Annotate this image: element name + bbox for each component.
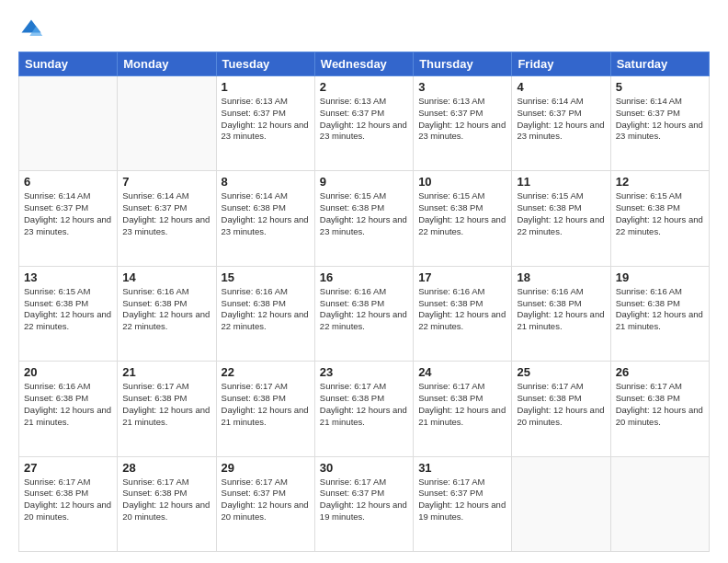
calendar-cell: 13Sunrise: 6:15 AM Sunset: 6:38 PM Dayli… [19, 266, 118, 361]
calendar-week-1: 6Sunrise: 6:14 AM Sunset: 6:37 PM Daylig… [19, 171, 710, 266]
day-number: 23 [320, 365, 408, 379]
day-number: 31 [418, 461, 506, 475]
calendar-header-monday: Monday [118, 52, 216, 76]
day-info: Sunrise: 6:14 AM Sunset: 6:38 PM Dayligh… [222, 190, 310, 237]
calendar-cell: 1Sunrise: 6:13 AM Sunset: 6:37 PM Daylig… [216, 76, 314, 171]
day-number: 26 [616, 365, 704, 379]
day-info: Sunrise: 6:16 AM Sunset: 6:38 PM Dayligh… [517, 286, 605, 333]
day-number: 18 [517, 270, 605, 284]
calendar-header-tuesday: Tuesday [216, 52, 314, 76]
calendar-cell: 6Sunrise: 6:14 AM Sunset: 6:37 PM Daylig… [19, 171, 118, 266]
calendar-cell: 28Sunrise: 6:17 AM Sunset: 6:38 PM Dayli… [118, 456, 216, 551]
calendar-cell: 17Sunrise: 6:16 AM Sunset: 6:38 PM Dayli… [414, 266, 512, 361]
day-info: Sunrise: 6:17 AM Sunset: 6:37 PM Dayligh… [222, 477, 310, 523]
calendar-cell: 14Sunrise: 6:16 AM Sunset: 6:38 PM Dayli… [118, 266, 216, 361]
calendar-cell: 21Sunrise: 6:17 AM Sunset: 6:38 PM Dayli… [118, 362, 216, 456]
day-number: 30 [320, 461, 408, 475]
calendar-cell: 9Sunrise: 6:15 AM Sunset: 6:38 PM Daylig… [314, 171, 413, 266]
calendar-cell: 3Sunrise: 6:13 AM Sunset: 6:37 PM Daylig… [414, 76, 512, 171]
day-info: Sunrise: 6:15 AM Sunset: 6:38 PM Dayligh… [320, 190, 408, 237]
header [18, 17, 710, 42]
day-number: 6 [24, 175, 112, 189]
day-number: 16 [320, 270, 408, 284]
calendar-cell: 24Sunrise: 6:17 AM Sunset: 6:38 PM Dayli… [414, 362, 512, 456]
calendar-cell: 27Sunrise: 6:17 AM Sunset: 6:38 PM Dayli… [19, 456, 118, 551]
calendar-cell: 4Sunrise: 6:14 AM Sunset: 6:37 PM Daylig… [512, 76, 610, 171]
day-info: Sunrise: 6:16 AM Sunset: 6:38 PM Dayligh… [616, 286, 704, 333]
calendar-cell: 12Sunrise: 6:15 AM Sunset: 6:38 PM Dayli… [610, 171, 709, 266]
calendar-cell [19, 76, 118, 171]
calendar-cell: 2Sunrise: 6:13 AM Sunset: 6:37 PM Daylig… [314, 76, 413, 171]
calendar-header-sunday: Sunday [19, 52, 118, 76]
day-info: Sunrise: 6:17 AM Sunset: 6:37 PM Dayligh… [418, 477, 506, 523]
day-number: 28 [122, 461, 210, 475]
day-number: 2 [320, 80, 408, 94]
day-info: Sunrise: 6:13 AM Sunset: 6:37 PM Dayligh… [222, 96, 310, 143]
calendar-cell: 18Sunrise: 6:16 AM Sunset: 6:38 PM Dayli… [512, 266, 610, 361]
day-number: 20 [24, 365, 112, 379]
calendar-week-2: 13Sunrise: 6:15 AM Sunset: 6:38 PM Dayli… [19, 266, 710, 361]
day-info: Sunrise: 6:14 AM Sunset: 6:37 PM Dayligh… [616, 96, 704, 143]
calendar-header-thursday: Thursday [414, 52, 512, 76]
day-info: Sunrise: 6:16 AM Sunset: 6:38 PM Dayligh… [222, 286, 310, 333]
day-info: Sunrise: 6:17 AM Sunset: 6:38 PM Dayligh… [320, 381, 408, 428]
day-number: 14 [122, 270, 210, 284]
calendar-cell: 19Sunrise: 6:16 AM Sunset: 6:38 PM Dayli… [610, 266, 709, 361]
day-info: Sunrise: 6:17 AM Sunset: 6:38 PM Dayligh… [517, 381, 605, 428]
day-info: Sunrise: 6:16 AM Sunset: 6:38 PM Dayligh… [418, 286, 506, 333]
day-info: Sunrise: 6:17 AM Sunset: 6:38 PM Dayligh… [122, 381, 210, 428]
day-info: Sunrise: 6:17 AM Sunset: 6:37 PM Dayligh… [320, 477, 408, 523]
calendar-week-3: 20Sunrise: 6:16 AM Sunset: 6:38 PM Dayli… [19, 362, 710, 456]
calendar-header-row: SundayMondayTuesdayWednesdayThursdayFrid… [19, 52, 710, 76]
calendar-cell: 10Sunrise: 6:15 AM Sunset: 6:38 PM Dayli… [414, 171, 512, 266]
day-number: 17 [418, 270, 506, 284]
calendar-cell: 16Sunrise: 6:16 AM Sunset: 6:38 PM Dayli… [314, 266, 413, 361]
day-info: Sunrise: 6:15 AM Sunset: 6:38 PM Dayligh… [24, 286, 112, 333]
calendar-cell: 7Sunrise: 6:14 AM Sunset: 6:37 PM Daylig… [118, 171, 216, 266]
calendar-table: SundayMondayTuesdayWednesdayThursdayFrid… [18, 52, 710, 552]
day-info: Sunrise: 6:14 AM Sunset: 6:37 PM Dayligh… [122, 190, 210, 237]
day-info: Sunrise: 6:15 AM Sunset: 6:38 PM Dayligh… [517, 190, 605, 237]
day-number: 8 [222, 175, 310, 189]
logo [18, 17, 48, 42]
day-info: Sunrise: 6:13 AM Sunset: 6:37 PM Dayligh… [418, 96, 506, 143]
day-number: 13 [24, 270, 112, 284]
day-number: 29 [222, 461, 310, 475]
day-number: 4 [517, 80, 605, 94]
day-number: 3 [418, 80, 506, 94]
day-number: 7 [122, 175, 210, 189]
calendar-week-0: 1Sunrise: 6:13 AM Sunset: 6:37 PM Daylig… [19, 76, 710, 171]
day-number: 25 [517, 365, 605, 379]
page: SundayMondayTuesdayWednesdayThursdayFrid… [0, 0, 728, 563]
day-info: Sunrise: 6:17 AM Sunset: 6:38 PM Dayligh… [222, 381, 310, 428]
day-info: Sunrise: 6:17 AM Sunset: 6:38 PM Dayligh… [616, 381, 704, 428]
day-number: 11 [517, 175, 605, 189]
calendar-cell: 25Sunrise: 6:17 AM Sunset: 6:38 PM Dayli… [512, 362, 610, 456]
day-info: Sunrise: 6:16 AM Sunset: 6:38 PM Dayligh… [122, 286, 210, 333]
calendar-cell: 30Sunrise: 6:17 AM Sunset: 6:37 PM Dayli… [314, 456, 413, 551]
day-info: Sunrise: 6:17 AM Sunset: 6:38 PM Dayligh… [122, 477, 210, 523]
day-number: 1 [222, 80, 310, 94]
day-number: 9 [320, 175, 408, 189]
calendar-cell: 26Sunrise: 6:17 AM Sunset: 6:38 PM Dayli… [610, 362, 709, 456]
calendar-cell [118, 76, 216, 171]
calendar-cell [512, 456, 610, 551]
day-info: Sunrise: 6:15 AM Sunset: 6:38 PM Dayligh… [418, 190, 506, 237]
calendar-header-saturday: Saturday [610, 52, 709, 76]
day-number: 22 [222, 365, 310, 379]
calendar-cell: 11Sunrise: 6:15 AM Sunset: 6:38 PM Dayli… [512, 171, 610, 266]
day-info: Sunrise: 6:17 AM Sunset: 6:38 PM Dayligh… [418, 381, 506, 428]
day-number: 19 [616, 270, 704, 284]
day-number: 21 [122, 365, 210, 379]
logo-icon [18, 17, 44, 42]
day-info: Sunrise: 6:17 AM Sunset: 6:38 PM Dayligh… [24, 477, 112, 523]
calendar-cell: 5Sunrise: 6:14 AM Sunset: 6:37 PM Daylig… [610, 76, 709, 171]
calendar-cell: 8Sunrise: 6:14 AM Sunset: 6:38 PM Daylig… [216, 171, 314, 266]
day-number: 12 [616, 175, 704, 189]
calendar-cell: 31Sunrise: 6:17 AM Sunset: 6:37 PM Dayli… [414, 456, 512, 551]
day-number: 27 [24, 461, 112, 475]
day-number: 24 [418, 365, 506, 379]
calendar-cell [610, 456, 709, 551]
day-info: Sunrise: 6:14 AM Sunset: 6:37 PM Dayligh… [24, 190, 112, 237]
calendar-header-friday: Friday [512, 52, 610, 76]
